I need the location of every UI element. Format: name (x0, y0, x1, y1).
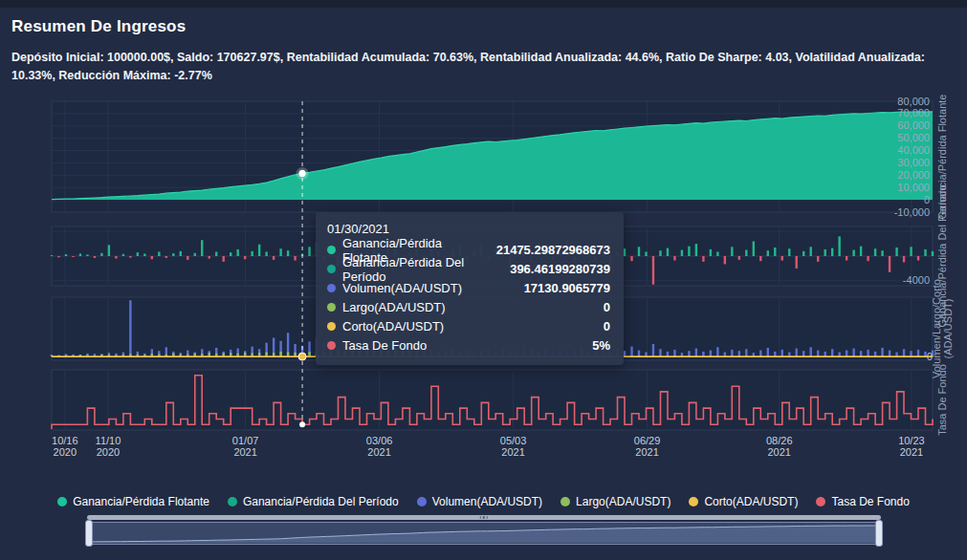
svg-text:05/03: 05/03 (500, 435, 527, 446)
svg-text:2021: 2021 (768, 446, 791, 458)
svg-text:60,000: 60,000 (897, 119, 930, 131)
svg-text:01/07: 01/07 (232, 435, 259, 446)
svg-text:2021: 2021 (900, 446, 923, 458)
legend-swatch-icon (689, 497, 698, 506)
svg-text:10,000: 10,000 (897, 181, 930, 192)
svg-text:50,000: 50,000 (897, 132, 930, 143)
svg-text:80,000: 80,000 (897, 95, 930, 106)
svg-text:40,000: 40,000 (897, 144, 930, 156)
legend-swatch-icon (816, 497, 825, 506)
svg-text:2020: 2020 (97, 446, 120, 458)
svg-text:06/29: 06/29 (634, 435, 661, 446)
svg-text:2021: 2021 (367, 446, 390, 458)
crosshair-marker-area (298, 170, 305, 177)
svg-text:0: 0 (924, 193, 930, 205)
svg-text:(ADA/USDT): (ADA/USDT) (942, 298, 954, 358)
datazoom-handle-right[interactable] (875, 520, 883, 547)
legend-swatch-icon (560, 497, 570, 506)
chart-legend: Ganancia/Pérdida Flotante Ganancia/Pérdi… (0, 495, 967, 508)
chart-area: 80,00070,00060,00050,00040,00030,00020,0… (0, 90, 967, 472)
datazoom-area (87, 515, 881, 545)
legend-label: Corto(ADA/USDT) (704, 495, 798, 508)
header: Resumen De Ingresos Depósito Inicial: 10… (0, 8, 967, 86)
svg-text:-4000: -4000 (903, 274, 930, 286)
legend-label: Volumen(ADA/USDT) (432, 495, 542, 508)
svg-text:2020: 2020 (54, 446, 77, 458)
svg-text:08/26: 08/26 (766, 435, 793, 446)
legend-item-tasa-de-fondo[interactable]: Tasa De Fondo (816, 495, 909, 508)
crosshair-marker-funding (299, 421, 305, 427)
legend-item-ganancia-perdida-flotante[interactable]: Ganancia/Pérdida Flotante (57, 495, 209, 508)
charts-canvas[interactable]: 80,00070,00060,00050,00040,00030,00020,0… (0, 90, 967, 472)
horizontal-scrollbar[interactable] (87, 515, 881, 520)
legend-label: Ganancia/Pérdida Flotante (73, 495, 209, 508)
svg-text:Tasa De Fondo: Tasa De Fondo (936, 364, 948, 436)
svg-text:2021: 2021 (233, 446, 256, 458)
svg-text:03/06: 03/06 (366, 435, 393, 446)
svg-text:2021: 2021 (501, 446, 524, 458)
legend-item-ganancia-perdida-del-periodo[interactable]: Ganancia/Pérdida Del Período (228, 495, 399, 508)
svg-text:20,000: 20,000 (897, 169, 930, 181)
top-strip (0, 0, 967, 8)
legend-label: Ganancia/Pérdida Del Período (243, 495, 399, 508)
svg-text:30,000: 30,000 (897, 157, 930, 168)
scrollbar-grip-icon[interactable] (479, 516, 488, 519)
svg-text:2021: 2021 (635, 446, 658, 458)
legend-swatch-icon (57, 497, 67, 506)
svg-text:10/23: 10/23 (898, 435, 925, 446)
legend-label: Tasa De Fondo (831, 495, 909, 508)
svg-text:11/10: 11/10 (96, 435, 121, 446)
legend-swatch-icon (417, 497, 427, 506)
legend-label: Largo(ADA/USDT) (576, 495, 670, 508)
svg-text:-10,000: -10,000 (894, 205, 930, 217)
datazoom-handle-left[interactable] (85, 520, 93, 547)
datazoom-slider[interactable] (87, 522, 881, 545)
summary-stats: Depósito Inicial: 100000.00$, Saldo: 170… (11, 49, 954, 86)
legend-swatch-icon (228, 497, 237, 506)
legend-item-largo[interactable]: Largo(ADA/USDT) (560, 495, 670, 508)
svg-text:10/16: 10/16 (52, 435, 78, 446)
datazoom-data-shadow (88, 523, 880, 544)
crosshair-marker-corto (298, 353, 306, 360)
svg-text:70,000: 70,000 (897, 107, 930, 118)
legend-item-corto[interactable]: Corto(ADA/USDT) (689, 495, 798, 508)
legend-item-volumen[interactable]: Volumen(ADA/USDT) (417, 495, 542, 508)
svg-text:Volumen/Largo/Corto: Volumen/Largo/Corto (931, 279, 942, 378)
page-title: Resumen De Ingresos (11, 17, 954, 36)
